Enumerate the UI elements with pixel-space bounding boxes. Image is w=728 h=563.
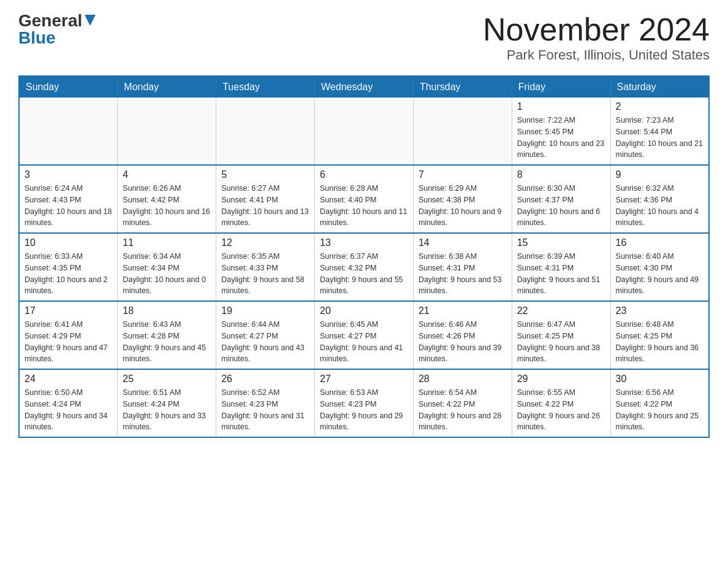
calendar-cell: 16Sunrise: 6:40 AM Sunset: 4:30 PM Dayli… (610, 233, 709, 301)
day-info: Sunrise: 6:53 AM Sunset: 4:23 PM Dayligh… (320, 387, 408, 433)
day-number: 16 (616, 237, 703, 248)
day-number: 14 (419, 237, 507, 248)
calendar-header-row: SundayMondayTuesdayWednesdayThursdayFrid… (19, 76, 709, 98)
calendar-cell: 7Sunrise: 6:29 AM Sunset: 4:38 PM Daylig… (413, 165, 512, 233)
calendar-cell: 14Sunrise: 6:38 AM Sunset: 4:31 PM Dayli… (413, 233, 512, 301)
day-info: Sunrise: 6:55 AM Sunset: 4:22 PM Dayligh… (517, 387, 605, 433)
day-info: Sunrise: 6:29 AM Sunset: 4:38 PM Dayligh… (419, 183, 507, 229)
calendar-week-4: 17Sunrise: 6:41 AM Sunset: 4:29 PM Dayli… (19, 301, 709, 369)
calendar-header-saturday: Saturday (610, 76, 709, 98)
calendar-cell: 17Sunrise: 6:41 AM Sunset: 4:29 PM Dayli… (19, 301, 118, 369)
logo-blue-text: Blue (18, 29, 56, 47)
page-header: General Blue November 2024 Park Forest, … (18, 12, 710, 63)
calendar-cell: 5Sunrise: 6:27 AM Sunset: 4:41 PM Daylig… (216, 165, 315, 233)
svg-marker-0 (85, 15, 96, 26)
day-info: Sunrise: 6:33 AM Sunset: 4:35 PM Dayligh… (25, 251, 112, 297)
calendar-cell: 29Sunrise: 6:55 AM Sunset: 4:22 PM Dayli… (512, 369, 610, 437)
day-number: 19 (221, 305, 309, 316)
day-number: 29 (517, 373, 605, 385)
calendar-cell: 26Sunrise: 6:52 AM Sunset: 4:23 PM Dayli… (216, 369, 315, 437)
calendar-header-tuesday: Tuesday (216, 76, 315, 98)
calendar-cell (216, 98, 315, 165)
calendar-cell: 28Sunrise: 6:54 AM Sunset: 4:22 PM Dayli… (413, 369, 512, 437)
day-info: Sunrise: 6:46 AM Sunset: 4:26 PM Dayligh… (419, 319, 507, 365)
day-number: 3 (25, 169, 112, 180)
day-number: 11 (123, 237, 211, 248)
logo: General Blue (18, 12, 96, 47)
calendar-cell: 11Sunrise: 6:34 AM Sunset: 4:34 PM Dayli… (118, 233, 216, 301)
logo-general-text: General (18, 12, 82, 29)
calendar-cell: 23Sunrise: 6:48 AM Sunset: 4:25 PM Dayli… (610, 301, 709, 369)
day-number: 13 (320, 237, 408, 248)
day-info: Sunrise: 6:34 AM Sunset: 4:34 PM Dayligh… (123, 251, 211, 297)
calendar-cell: 12Sunrise: 6:35 AM Sunset: 4:33 PM Dayli… (216, 233, 315, 301)
calendar-cell: 18Sunrise: 6:43 AM Sunset: 4:28 PM Dayli… (118, 301, 216, 369)
day-number: 25 (123, 373, 211, 385)
day-info: Sunrise: 6:30 AM Sunset: 4:37 PM Dayligh… (517, 183, 605, 229)
title-section: November 2024 Park Forest, Illinois, Uni… (483, 12, 710, 63)
calendar-cell (118, 98, 216, 165)
calendar-cell (315, 98, 414, 165)
calendar-cell: 4Sunrise: 6:26 AM Sunset: 4:42 PM Daylig… (118, 165, 216, 233)
logo-triangle-icon (85, 15, 96, 26)
calendar-cell: 13Sunrise: 6:37 AM Sunset: 4:32 PM Dayli… (315, 233, 414, 301)
day-info: Sunrise: 6:50 AM Sunset: 4:24 PM Dayligh… (25, 387, 112, 433)
calendar-cell: 20Sunrise: 6:45 AM Sunset: 4:27 PM Dayli… (315, 301, 414, 369)
day-number: 15 (517, 237, 605, 248)
calendar-cell: 30Sunrise: 6:56 AM Sunset: 4:22 PM Dayli… (610, 369, 709, 437)
calendar-cell: 9Sunrise: 6:32 AM Sunset: 4:36 PM Daylig… (610, 165, 709, 233)
day-number: 6 (320, 169, 408, 180)
day-info: Sunrise: 6:24 AM Sunset: 4:43 PM Dayligh… (25, 183, 112, 229)
calendar-cell: 6Sunrise: 6:28 AM Sunset: 4:40 PM Daylig… (315, 165, 414, 233)
day-number: 10 (25, 237, 112, 248)
day-info: Sunrise: 6:54 AM Sunset: 4:22 PM Dayligh… (419, 387, 507, 433)
calendar-cell: 8Sunrise: 6:30 AM Sunset: 4:37 PM Daylig… (512, 165, 610, 233)
day-info: Sunrise: 6:45 AM Sunset: 4:27 PM Dayligh… (320, 319, 408, 365)
day-info: Sunrise: 6:32 AM Sunset: 4:36 PM Dayligh… (616, 183, 703, 229)
calendar-cell: 19Sunrise: 6:44 AM Sunset: 4:27 PM Dayli… (216, 301, 315, 369)
calendar-week-2: 3Sunrise: 6:24 AM Sunset: 4:43 PM Daylig… (19, 165, 709, 233)
day-info: Sunrise: 6:48 AM Sunset: 4:25 PM Dayligh… (616, 319, 703, 365)
day-info: Sunrise: 6:37 AM Sunset: 4:32 PM Dayligh… (320, 251, 408, 297)
location-title: Park Forest, Illinois, United States (483, 47, 710, 63)
day-number: 27 (320, 373, 408, 385)
day-number: 9 (616, 169, 703, 180)
day-info: Sunrise: 6:27 AM Sunset: 4:41 PM Dayligh… (221, 183, 309, 229)
calendar-header-thursday: Thursday (413, 76, 512, 98)
calendar-cell (19, 98, 118, 165)
day-info: Sunrise: 7:22 AM Sunset: 5:45 PM Dayligh… (517, 115, 605, 161)
calendar-cell (413, 98, 512, 165)
day-info: Sunrise: 6:43 AM Sunset: 4:28 PM Dayligh… (123, 319, 211, 365)
calendar-week-3: 10Sunrise: 6:33 AM Sunset: 4:35 PM Dayli… (19, 233, 709, 301)
day-number: 5 (221, 169, 309, 180)
calendar-cell: 24Sunrise: 6:50 AM Sunset: 4:24 PM Dayli… (19, 369, 118, 437)
day-number: 2 (616, 101, 703, 112)
calendar-cell: 21Sunrise: 6:46 AM Sunset: 4:26 PM Dayli… (413, 301, 512, 369)
day-number: 22 (517, 305, 605, 316)
day-info: Sunrise: 6:41 AM Sunset: 4:29 PM Dayligh… (25, 319, 112, 365)
calendar-header-friday: Friday (512, 76, 610, 98)
day-info: Sunrise: 6:40 AM Sunset: 4:30 PM Dayligh… (616, 251, 703, 297)
day-number: 28 (419, 373, 507, 385)
calendar-header-monday: Monday (118, 76, 216, 98)
day-info: Sunrise: 6:44 AM Sunset: 4:27 PM Dayligh… (221, 319, 309, 365)
month-title: November 2024 (483, 12, 710, 47)
day-info: Sunrise: 7:23 AM Sunset: 5:44 PM Dayligh… (616, 115, 703, 161)
day-number: 12 (221, 237, 309, 248)
day-number: 24 (25, 373, 112, 385)
calendar-header-sunday: Sunday (19, 76, 118, 98)
day-info: Sunrise: 6:47 AM Sunset: 4:25 PM Dayligh… (517, 319, 605, 365)
calendar-week-5: 24Sunrise: 6:50 AM Sunset: 4:24 PM Dayli… (19, 369, 709, 437)
day-number: 23 (616, 305, 703, 316)
day-info: Sunrise: 6:26 AM Sunset: 4:42 PM Dayligh… (123, 183, 211, 229)
calendar-cell: 15Sunrise: 6:39 AM Sunset: 4:31 PM Dayli… (512, 233, 610, 301)
day-info: Sunrise: 6:56 AM Sunset: 4:22 PM Dayligh… (616, 387, 703, 433)
calendar-table: SundayMondayTuesdayWednesdayThursdayFrid… (18, 75, 710, 438)
calendar-week-1: 1Sunrise: 7:22 AM Sunset: 5:45 PM Daylig… (19, 98, 709, 165)
day-info: Sunrise: 6:28 AM Sunset: 4:40 PM Dayligh… (320, 183, 408, 229)
day-info: Sunrise: 6:35 AM Sunset: 4:33 PM Dayligh… (221, 251, 309, 297)
day-info: Sunrise: 6:38 AM Sunset: 4:31 PM Dayligh… (419, 251, 507, 297)
day-number: 4 (123, 169, 211, 180)
day-number: 17 (25, 305, 112, 316)
day-number: 1 (517, 101, 605, 112)
